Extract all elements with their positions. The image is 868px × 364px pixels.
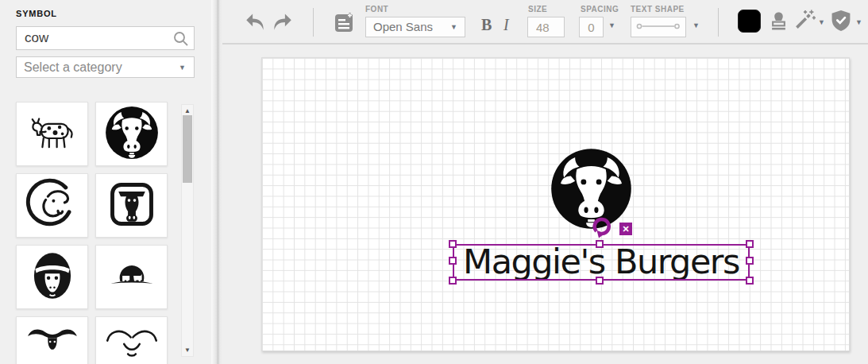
magic-wand-button[interactable]	[793, 9, 816, 31]
symbol-sidebar: SYMBOL Select a category ▼	[0, 0, 211, 364]
symbol-tile-bull-horns[interactable]	[95, 316, 168, 364]
undo-button[interactable]	[245, 13, 266, 31]
chevron-down-icon: ▼	[179, 64, 186, 72]
text-shape-selector[interactable]	[631, 17, 686, 37]
size-label: SIZE	[528, 5, 547, 14]
symbol-tile-bull-head-circle[interactable]	[95, 102, 168, 166]
scroll-up-icon[interactable]: ▲	[182, 107, 193, 114]
symbol-tile-cow-face-oval[interactable]	[16, 245, 88, 309]
toolbar: FONT Open Sans ▼ B I SIZE SPACING ▼ TEXT…	[222, 0, 868, 45]
selection-handle-se[interactable]	[746, 277, 754, 285]
selection-handle-ne[interactable]	[746, 240, 754, 248]
add-text-button[interactable]	[334, 12, 355, 33]
sidebar-title: SYMBOL	[16, 9, 57, 18]
category-select-value: Select a category	[24, 60, 122, 75]
selection-handle-e[interactable]	[746, 257, 754, 265]
selection-handle-n[interactable]	[596, 240, 604, 248]
design-canvas[interactable]: ✕ Maggie's Burgers	[261, 57, 850, 351]
spacing-dropdown-button[interactable]: ▼	[608, 22, 615, 29]
sidebar-scrollbar[interactable]: ▲ ▼	[181, 104, 194, 357]
spotted-cow-icon	[25, 105, 80, 164]
selection-handle-s[interactable]	[596, 277, 604, 285]
selection-handle-w[interactable]	[449, 257, 457, 265]
cow-face-oval-icon	[25, 248, 80, 307]
size-input[interactable]	[527, 17, 565, 37]
selection-handle-nw[interactable]	[449, 240, 457, 248]
bull-horns-icon	[104, 319, 160, 364]
workspace: ✕ Maggie's Burgers	[222, 45, 868, 364]
text-shape-label: TEXT SHAPE	[631, 5, 685, 14]
spacing-label: SPACING	[581, 5, 619, 14]
toolbar-separator	[718, 8, 719, 37]
bull-head-circle-icon	[104, 105, 160, 164]
font-select-value: Open Sans	[373, 20, 433, 33]
shield-button[interactable]	[831, 10, 851, 32]
search-icon[interactable]	[173, 31, 189, 50]
straight-path-icon	[635, 20, 681, 34]
magic-wand-dropdown-button[interactable]: ▼	[818, 19, 825, 26]
category-select[interactable]: Select a category ▼	[16, 56, 195, 78]
bold-button[interactable]: B	[481, 16, 492, 34]
font-label: FONT	[365, 5, 388, 14]
symbol-tile-spotted-cow[interactable]	[16, 102, 88, 166]
spacing-input[interactable]	[579, 17, 604, 37]
color-swatch-button[interactable]	[738, 10, 761, 33]
redo-button[interactable]	[272, 13, 293, 31]
cattle-hill-icon	[104, 248, 160, 307]
symbol-tile-cattle-hill[interactable]	[95, 245, 168, 309]
italic-button[interactable]: I	[503, 16, 509, 34]
font-select[interactable]: Open Sans ▼	[365, 17, 465, 37]
shield-dropdown-button[interactable]: ▼	[855, 19, 862, 26]
sidebar-divider	[211, 0, 222, 364]
bull-head-swoosh-icon	[25, 176, 80, 235]
rotate-handle-icon[interactable]	[592, 216, 612, 238]
text-shape-dropdown-button[interactable]: ▼	[692, 22, 700, 29]
scrollbar-thumb[interactable]	[183, 115, 192, 183]
scroll-down-icon[interactable]: ▼	[182, 347, 193, 354]
longhorn-icon	[25, 319, 80, 364]
toolbar-separator	[313, 8, 314, 37]
chevron-down-icon: ▼	[450, 24, 457, 31]
delete-button[interactable]: ✕	[619, 223, 632, 235]
selection-box[interactable]	[453, 244, 750, 281]
cow-head-frame-icon	[104, 176, 160, 235]
symbol-search-input[interactable]	[17, 27, 172, 49]
symbol-tile-longhorn[interactable]	[16, 316, 88, 364]
selection-handle-sw[interactable]	[449, 277, 457, 285]
symbol-tile-bull-head-swoosh[interactable]	[16, 173, 88, 238]
symbol-tile-cow-head-frame[interactable]	[95, 173, 168, 238]
stamp-button[interactable]	[770, 11, 787, 30]
symbol-search-box	[16, 26, 195, 50]
